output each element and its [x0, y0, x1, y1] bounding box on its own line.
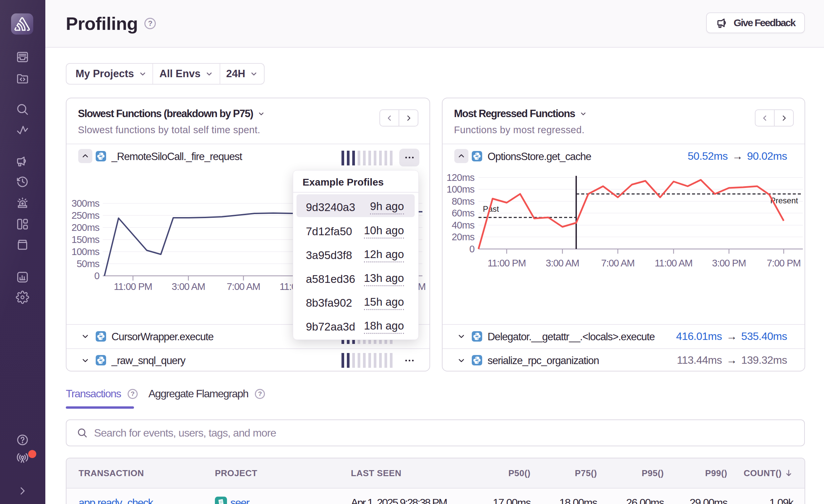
svg-text:0: 0 — [94, 270, 99, 281]
svg-text:7:00 AM: 7:00 AM — [601, 258, 634, 268]
svg-text:11:00 PM: 11:00 PM — [114, 281, 152, 292]
svg-text:0: 0 — [469, 244, 474, 254]
svg-text:60ms: 60ms — [452, 208, 474, 218]
svg-text:250ms: 250ms — [72, 210, 99, 221]
svg-text:100ms: 100ms — [72, 246, 99, 257]
svg-text:3:00 PM: 3:00 PM — [712, 258, 746, 268]
svg-text:300ms: 300ms — [72, 198, 99, 209]
svg-text:150ms: 150ms — [72, 234, 99, 245]
svg-text:120ms: 120ms — [447, 172, 474, 183]
svg-text:7:00 AM: 7:00 AM — [227, 281, 260, 292]
svg-text:20ms: 20ms — [452, 232, 474, 242]
svg-text:200ms: 200ms — [72, 222, 99, 233]
svg-text:3:00 AM: 3:00 AM — [172, 281, 205, 292]
svg-text:80ms: 80ms — [452, 196, 474, 207]
svg-text:3:00 AM: 3:00 AM — [546, 258, 579, 268]
svg-text:40ms: 40ms — [452, 220, 474, 231]
svg-text:11:00 PM: 11:00 PM — [488, 258, 526, 268]
svg-text:50ms: 50ms — [77, 258, 99, 269]
svg-text:7:00 PM: 7:00 PM — [767, 258, 801, 268]
svg-text:11:00 AM: 11:00 AM — [655, 258, 692, 268]
svg-text:100ms: 100ms — [447, 184, 474, 195]
